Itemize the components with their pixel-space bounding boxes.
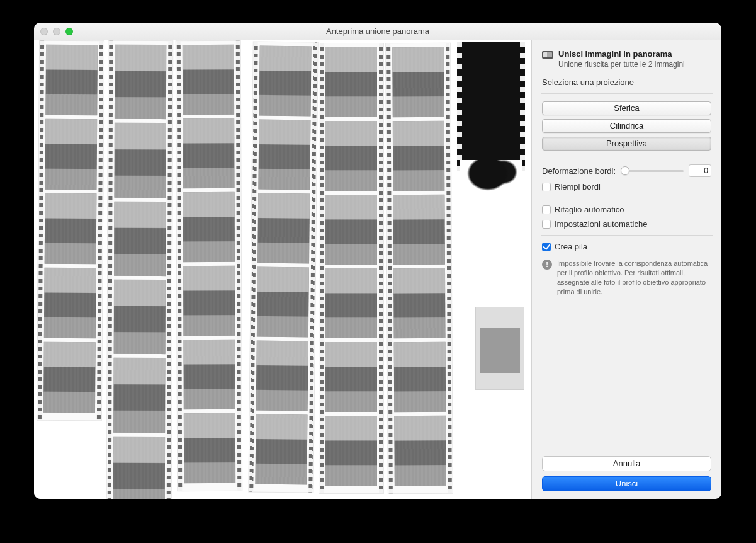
film-frame [45,119,97,190]
film-frame [393,195,445,265]
fill-edges-checkbox[interactable]: Riempi bordi [542,182,711,191]
film-frame [183,340,235,409]
film-frame [257,267,309,338]
cancel-button[interactable]: Annulla [542,456,711,471]
film-frame [183,192,235,262]
film-frame [325,47,377,117]
checkbox-icon [542,205,551,214]
film-frame [113,436,165,499]
merge-button[interactable]: Unisci [542,476,711,491]
panel-subtitle: Unione riuscita per tutte le 2 immagini [558,60,685,69]
film-frame [258,120,310,190]
dialog-body: Unisci immagini in panorama Unione riusc… [34,40,721,499]
projection-section-label: Seleziona una proiezione [542,77,711,87]
fill-edges-label: Riempi bordi [555,182,601,191]
film-frame [45,45,98,116]
film-frame [393,121,445,191]
film-frame [114,280,166,355]
film-frame [113,358,165,433]
projection-spherical[interactable]: Sferica [542,101,711,115]
options-panel: Unisci immagini in panorama Unione riusc… [531,40,721,499]
film-strip [385,43,453,494]
create-stack-label: Crea pila [555,242,587,251]
auto-crop-label: Ritaglio automatico [555,205,624,214]
boundary-warp-slider[interactable] [621,166,684,175]
film-leader-dark [460,42,522,171]
dialog-footer: Annulla Unisci [542,456,711,491]
film-strip [319,43,384,494]
detached-frame [476,307,524,389]
film-frame [325,195,377,265]
auto-settings-label: Impostazioni automatiche [555,219,647,229]
film-frame [257,193,310,264]
film-frame [43,342,96,413]
film-frame [183,45,234,115]
lens-profile-warning: ! Impossibile trovare la corrispondenza … [542,259,711,296]
film-frame [44,268,96,339]
film-frame [394,342,446,412]
panel-header-text: Unisci immagini in panorama Unione riusc… [558,49,685,69]
film-frame [114,123,166,198]
film-frame [183,118,234,188]
projection-cylindrical[interactable]: Cilindrica [542,119,711,133]
checkbox-icon [542,220,551,229]
checkbox-icon [542,183,551,191]
projection-group: Sferica Cilindrica Prospettiva [542,101,711,151]
titlebar: Anteprima unione panorama [34,23,721,40]
film-frame [325,121,377,191]
create-stack-checkbox[interactable]: Crea pila [542,242,711,251]
film-strip [176,40,242,491]
divider [541,235,713,236]
film-frame [256,341,308,411]
projection-perspective[interactable]: Prospettiva [542,137,711,151]
film-frame [114,202,166,277]
close-icon[interactable] [40,28,48,35]
film-frame [255,414,307,485]
film-frame [394,416,446,486]
film-leader-edge [460,160,522,227]
film-frame [325,268,377,338]
warning-icon: ! [542,260,552,270]
warning-text: Impossibile trovare la corrispondenza au… [557,259,711,296]
film-frame [259,46,312,117]
checkbox-icon [542,243,551,251]
film-strip [106,40,174,499]
film-frame [115,45,166,120]
dialog-window: Anteprima unione panorama Unisci immagin… [34,23,721,499]
film-frame [393,268,446,338]
panel-title: Unisci immagini in panorama [558,49,685,59]
panel-header: Unisci immagini in panorama Unione riusc… [542,49,711,69]
minimize-icon[interactable] [53,28,60,35]
auto-crop-checkbox[interactable]: Ritaglio automatico [542,205,711,214]
film-frame [392,47,444,117]
boundary-warp-label: Deformazione bordi: [542,166,616,176]
panorama-icon [542,51,553,59]
film-frame [325,416,377,486]
film-frame [45,193,97,265]
window-title: Anteprima unione panorama [34,26,721,36]
auto-settings-checkbox[interactable]: Impostazioni automatiche [542,219,711,229]
film-strip [248,41,318,493]
window-controls [40,28,73,35]
film-frame [183,266,235,336]
film-strip [37,40,104,421]
boundary-warp-value[interactable]: 0 [689,164,711,177]
divider [541,198,713,198]
film-frame [325,342,377,412]
panorama-preview [34,40,531,499]
zoom-icon[interactable] [65,28,73,35]
film-frame [184,413,235,483]
boundary-warp-row: Deformazione bordi: 0 [542,164,711,177]
divider [541,93,713,94]
